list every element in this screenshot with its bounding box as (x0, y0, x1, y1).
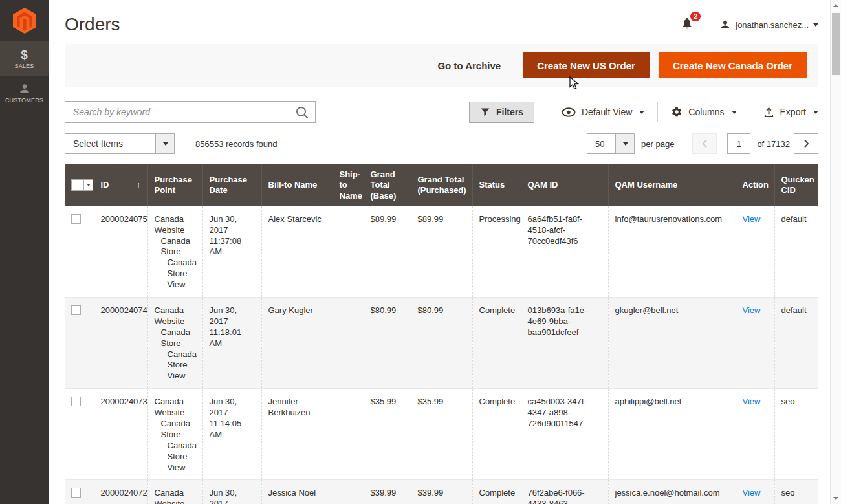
admin-sidebar: $ SALES CUSTOMERS (0, 0, 49, 504)
page-title: Orders (65, 14, 120, 35)
row-checkbox[interactable] (71, 488, 81, 498)
cell-purchase-point: Canada Website Canada Store Canada Store… (147, 297, 202, 388)
view-switcher-label: Default View (582, 107, 632, 117)
cell-qam-id: ca45d003-347f-4347-a898-726d9d011547 (521, 389, 608, 480)
col-header-purchase-point[interactable]: Purchase Point (147, 164, 202, 206)
col-header-id[interactable]: ID ↑ (94, 164, 147, 206)
cell-select (65, 206, 94, 298)
col-header-qam-username[interactable]: QAM Username (608, 164, 736, 206)
notifications-button[interactable]: 2 (681, 17, 694, 32)
export-control[interactable]: Export (750, 107, 818, 118)
cell-select (65, 389, 94, 480)
row-checkbox[interactable] (71, 397, 81, 406)
sidebar-item-customers[interactable]: CUSTOMERS (0, 76, 49, 110)
cell-qam-username: aphilippi@bell.net (608, 389, 736, 480)
cell-status: Processing (472, 206, 521, 298)
page-actions-bar: Go to Archive Create New US Order Create… (65, 44, 818, 87)
scroll-up-arrow-icon[interactable] (833, 4, 838, 7)
grid-toolbar: Filters Default View Columns (65, 101, 818, 123)
user-menu[interactable]: jonathan.sanchez... (719, 19, 818, 30)
table-header-row: ID ↑ Purchase Point Purchase Date Bill-t… (65, 164, 818, 206)
chevron-down-icon (623, 142, 628, 146)
col-header-ship-to-name[interactable]: Ship-to Name (333, 164, 364, 206)
filters-button[interactable]: Filters (469, 102, 534, 123)
magento-logo-icon (12, 7, 37, 34)
col-header-quicken-cid[interactable]: Quicken CID (774, 164, 818, 206)
search-icon[interactable] (295, 105, 309, 122)
cell-quicken-cid: seo (774, 389, 818, 480)
purchase-date: Jun 30, 2017 (210, 305, 255, 327)
cell-qam-username: info@taurusrenovations.com (608, 206, 736, 298)
cell-id: 2000024072 (94, 480, 147, 504)
cell-qam-id: 6a64fb51-fa8f-4518-afcf-70cc0edf43f6 (521, 206, 608, 298)
cell-quicken-cid: default (774, 206, 818, 298)
page-header: Orders 2 jonathan.sanchez... (65, 0, 818, 35)
cell-total-base: $35.99 (364, 389, 411, 480)
scroll-down-arrow-icon[interactable] (833, 497, 838, 500)
sidebar-item-label: SALES (14, 63, 34, 69)
go-to-archive-button[interactable]: Go to Archive (433, 60, 505, 72)
sidebar-item-sales[interactable]: $ SALES (0, 41, 49, 76)
select-items-label: Select Items (65, 134, 155, 153)
purchase-point-website: Canada Website (155, 397, 196, 419)
cell-total-base: $89.99 (364, 206, 411, 298)
purchase-date: Jun 30, 2017 (210, 214, 255, 236)
chevron-down-icon (732, 111, 737, 114)
purchase-time: 11:18:01 AM (210, 327, 255, 349)
create-us-order-button[interactable]: Create New US Order (523, 52, 650, 78)
cell-bill-to: Gary Kugler (261, 297, 333, 388)
view-link[interactable]: View (743, 305, 761, 315)
view-link[interactable]: View (743, 488, 761, 498)
select-items-dropdown[interactable]: Select Items (65, 133, 175, 154)
vertical-scrollbar[interactable] (830, 0, 841, 504)
select-all-checkbox[interactable] (71, 179, 93, 191)
table-row: 2000024073 Canada Website Canada Store C… (65, 389, 818, 480)
chevron-down-icon (163, 142, 168, 146)
cell-purchase-date: Jun 30, 2017 11:18:01 AM (202, 297, 261, 388)
cell-purchase-point: Canada Website Canada Store Canada Store… (147, 389, 202, 480)
col-header-bill-to-name[interactable]: Bill-to Name (261, 164, 333, 206)
purchase-date: Jun 30, 2017 (210, 488, 255, 504)
col-header-status[interactable]: Status (472, 164, 521, 206)
chevron-down-icon (639, 111, 644, 114)
view-link[interactable]: View (743, 397, 761, 406)
col-header-grand-total-base[interactable]: Grand Total (Base) (364, 164, 411, 206)
row-checkbox[interactable] (71, 305, 81, 315)
scrollbar-thumb[interactable] (832, 13, 840, 75)
grid-controls-row: Select Items 856553 records found 50 per… (65, 133, 818, 154)
checkbox-dropdown (83, 180, 93, 190)
col-header-action[interactable]: Action (736, 164, 774, 206)
sort-asc-icon: ↑ (137, 180, 141, 190)
cell-action: View (736, 389, 774, 480)
cell-action: View (736, 480, 774, 504)
previous-page-button[interactable] (692, 133, 717, 154)
purchase-point-store-view: Canada Store View (155, 441, 196, 474)
dollar-icon: $ (21, 49, 28, 61)
page-number-input[interactable] (727, 133, 750, 154)
col-header-purchase-date[interactable]: Purchase Date (202, 164, 261, 206)
col-header-qam-id[interactable]: QAM ID (521, 164, 608, 206)
view-switcher[interactable]: Default View (549, 107, 657, 117)
cell-ship-to (333, 480, 364, 504)
sidebar-item-label: CUSTOMERS (5, 97, 43, 104)
purchase-point-website: Canada Website (155, 305, 196, 327)
cell-qam-username: jessica.e.noel@hotmail.com (608, 480, 736, 504)
cell-total-base: $39.99 (364, 480, 411, 504)
col-header-grand-total-purchased[interactable]: Grand Total (Purchased) (411, 164, 472, 206)
table-row: 2000024075 Canada Website Canada Store C… (65, 206, 818, 298)
create-canada-order-button[interactable]: Create New Canada Order (659, 52, 807, 78)
columns-control[interactable]: Columns (658, 106, 749, 118)
user-avatar-icon (719, 19, 731, 30)
cell-id: 2000024074 (94, 297, 147, 388)
row-checkbox[interactable] (71, 214, 81, 224)
purchase-point-store: Canada Store (155, 327, 196, 349)
magento-logo[interactable] (0, 0, 49, 41)
search-input[interactable] (65, 102, 288, 122)
cell-status: Complete (472, 389, 521, 480)
next-page-button[interactable] (794, 133, 818, 154)
cell-total-purchased: $80.99 (411, 297, 472, 388)
chevron-down-icon (813, 23, 818, 27)
per-page-select[interactable]: 50 (587, 133, 635, 154)
view-link[interactable]: View (743, 214, 761, 224)
chevron-right-icon (803, 139, 809, 148)
